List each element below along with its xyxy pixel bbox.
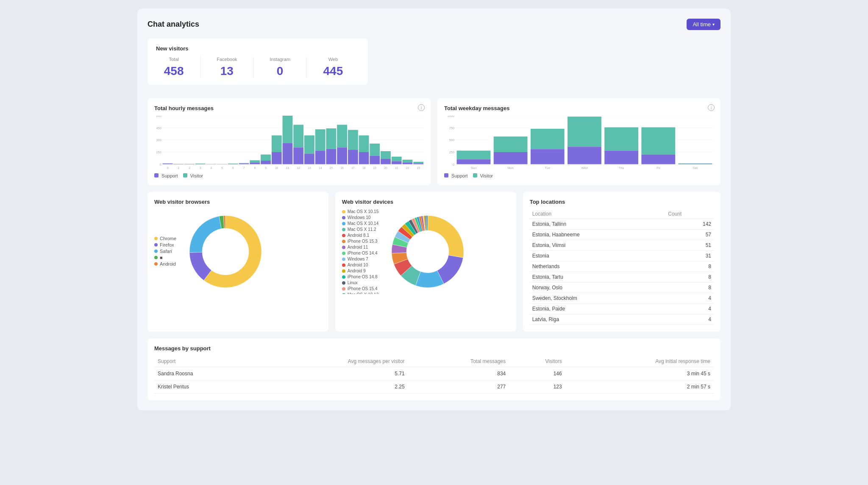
svg-rect-96: [604, 127, 638, 151]
location-count: 31: [665, 251, 714, 261]
svg-text:10: 10: [275, 166, 278, 169]
support-avg: 5.71: [256, 367, 408, 380]
devices-legend: Mac OS X 10.15 Windows 10 Mac OS X 10.14…: [342, 209, 378, 294]
legend-visitor-dot: [183, 173, 187, 177]
hourly-info-icon[interactable]: i: [418, 104, 425, 111]
visitors-title: New visitors: [156, 45, 359, 52]
support-total: 834: [408, 367, 509, 380]
location-row: Estonia, Viimsi 51: [530, 240, 714, 251]
svg-rect-49: [392, 161, 402, 164]
location-count: 4: [665, 293, 714, 304]
svg-rect-36: [326, 128, 336, 149]
svg-text:1000: 1000: [448, 116, 454, 118]
svg-text:Mon: Mon: [507, 166, 513, 170]
legend-support: Support: [154, 173, 178, 178]
svg-rect-31: [293, 147, 303, 164]
svg-text:2: 2: [189, 166, 190, 169]
weekday-legend: Support Visitor: [444, 173, 714, 178]
svg-text:0: 0: [167, 166, 169, 169]
support-row: Sandra Roosna 5.71 834 146 3 min 45 s: [154, 367, 714, 380]
location-row: Estonia, Tallinn 142: [530, 219, 714, 230]
svg-rect-32: [304, 136, 314, 154]
svg-text:8: 8: [254, 166, 256, 169]
svg-text:9: 9: [265, 166, 267, 169]
location-row: Norway, Oslo 8: [530, 283, 714, 293]
svg-rect-97: [604, 151, 638, 164]
svg-text:Wed: Wed: [581, 166, 587, 170]
hourly-chart-card: Total hourly messages i 0150300450600012…: [147, 98, 431, 185]
svg-rect-89: [457, 159, 491, 164]
header: Chat analytics All time: [147, 19, 721, 30]
legend-visitor-weekday: Visitor: [473, 173, 493, 178]
svg-text:0: 0: [160, 162, 161, 166]
devices-title: Web visitor devices: [342, 199, 509, 205]
charts-row: Total hourly messages i 0150300450600012…: [147, 98, 721, 185]
svg-text:Fri: Fri: [657, 166, 660, 170]
legend-support-weekday: Support: [444, 173, 468, 178]
location-row: Estonia, Tartu 8: [530, 272, 714, 283]
locations-title: Top locations: [530, 199, 714, 205]
svg-rect-37: [326, 149, 336, 164]
svg-rect-34: [315, 129, 326, 150]
svg-rect-20: [239, 163, 249, 164]
svg-rect-50: [402, 160, 412, 162]
weekday-info-icon[interactable]: i: [708, 104, 715, 111]
svg-text:Sun: Sun: [471, 166, 476, 170]
svg-rect-19: [228, 164, 238, 164]
svg-rect-90: [494, 136, 528, 152]
page-title: Chat analytics: [147, 20, 199, 29]
svg-text:19: 19: [373, 166, 377, 169]
location-row: Estonia, Haabneeme 57: [530, 230, 714, 240]
svg-text:600: 600: [156, 116, 161, 118]
svg-rect-46: [381, 151, 391, 159]
support-name: Kristel Pentus: [154, 380, 256, 394]
location-count: 8: [665, 261, 714, 272]
svg-text:23: 23: [417, 166, 420, 169]
legend-visitor: Visitor: [183, 173, 203, 178]
svg-rect-47: [381, 159, 391, 164]
location-name: Netherlands: [530, 261, 666, 272]
svg-rect-39: [337, 147, 347, 164]
visitors-card: New visitors Total 458 Facebook 13 Insta…: [147, 39, 368, 85]
svg-rect-42: [359, 136, 369, 152]
svg-text:6: 6: [232, 166, 234, 169]
devices-card: Web visitor devices Mac OS X 10.15 Windo…: [335, 192, 516, 332]
weekday-chart-card: Total weekday messages i 02505007501000S…: [437, 98, 721, 185]
svg-rect-98: [641, 127, 675, 155]
support-title: Messages by support: [154, 345, 714, 352]
svg-text:18: 18: [362, 166, 366, 169]
svg-rect-91: [494, 152, 528, 164]
svg-text:150: 150: [156, 150, 161, 154]
svg-text:12: 12: [297, 166, 300, 169]
svg-rect-18: [228, 164, 238, 164]
legend-support-dot: [154, 173, 159, 177]
svg-rect-51: [402, 162, 412, 164]
support-avg: 2.25: [256, 380, 408, 394]
location-name: Estonia: [530, 251, 666, 261]
svg-rect-35: [315, 150, 326, 164]
browsers-donut-wrap: Chrome Firefox Safari ■ Android: [154, 209, 322, 294]
support-table: Support Avg messages per visitor Total m…: [154, 356, 714, 394]
svg-rect-14: [195, 164, 206, 164]
location-count: 57: [665, 230, 714, 240]
svg-rect-95: [568, 147, 601, 164]
svg-rect-16: [206, 164, 217, 164]
location-name: Estonia, Tartu: [530, 272, 666, 283]
alltime-button[interactable]: All time: [687, 19, 721, 30]
svg-rect-94: [568, 116, 601, 147]
svg-text:11: 11: [286, 166, 289, 169]
visitors-metrics: Total 458 Facebook 13 Instagram 0 Web 44…: [156, 57, 359, 78]
hourly-svg: 0150300450600012345678910111213141516171…: [154, 116, 424, 171]
location-name: Estonia, Haabneeme: [530, 230, 666, 240]
weekday-svg: 02505007501000SunMonTueWedThuFriSat: [444, 116, 714, 171]
svg-text:250: 250: [449, 150, 454, 154]
svg-rect-28: [283, 116, 293, 143]
svg-rect-48: [392, 157, 402, 161]
location-row: Estonia, Paide 4: [530, 304, 714, 314]
svg-rect-25: [261, 161, 271, 164]
svg-text:450: 450: [156, 126, 161, 130]
svg-text:0: 0: [453, 162, 454, 166]
col-response: Avg initial response time: [565, 356, 714, 367]
svg-rect-23: [250, 163, 260, 164]
location-count: 8: [665, 283, 714, 293]
